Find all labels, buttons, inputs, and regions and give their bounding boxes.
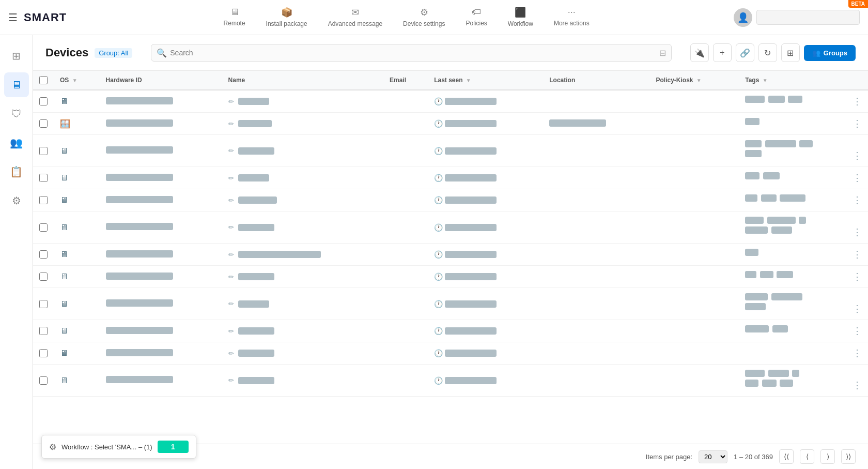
add-button[interactable]: + bbox=[713, 43, 732, 62]
edit-icon[interactable]: ✏ bbox=[228, 120, 234, 128]
edit-icon[interactable]: ✏ bbox=[228, 223, 234, 231]
search-icon: 🔍 bbox=[157, 48, 167, 58]
link-button[interactable]: 🔗 bbox=[736, 43, 754, 62]
tag-pill bbox=[771, 293, 802, 300]
tag-pill bbox=[745, 172, 760, 179]
items-per-page-select[interactable]: 10 20 50 100 bbox=[699, 450, 727, 463]
clock-icon: 🕐 bbox=[434, 196, 443, 204]
row-checkbox[interactable] bbox=[39, 250, 48, 259]
sidebar-item-reports[interactable]: 📋 bbox=[4, 159, 29, 184]
row-checkbox[interactable] bbox=[39, 174, 48, 182]
grid-view-button[interactable]: ⊞ bbox=[781, 43, 800, 62]
col-location[interactable]: Location bbox=[543, 71, 649, 90]
col-policy-kiosk[interactable]: Policy-Kiosk ▼ bbox=[649, 71, 739, 90]
nav-policies[interactable]: 🏷 Policies bbox=[455, 3, 497, 32]
os-icon: 🪟 bbox=[60, 119, 70, 128]
row-checkbox[interactable] bbox=[39, 147, 48, 155]
tag-pill bbox=[792, 370, 799, 377]
refresh-button[interactable]: ↻ bbox=[758, 43, 777, 62]
row-checkbox[interactable] bbox=[39, 119, 48, 128]
edit-icon[interactable]: ✏ bbox=[228, 174, 234, 182]
nav-workflow[interactable]: ⬛ Workflow bbox=[498, 3, 544, 33]
table-row: 🖥 ✏ 🕐 bbox=[33, 211, 868, 244]
row-more-options[interactable]: ⋮ bbox=[853, 271, 862, 282]
edit-icon[interactable]: ✏ bbox=[228, 300, 234, 308]
last-seen-cell bbox=[445, 174, 497, 181]
edit-icon[interactable]: ✏ bbox=[228, 98, 234, 105]
top-search-input[interactable] bbox=[756, 10, 860, 25]
name-cell bbox=[238, 377, 274, 384]
nav-more-actions[interactable]: ··· More actions bbox=[544, 3, 600, 32]
row-checkbox[interactable] bbox=[39, 376, 48, 385]
col-name[interactable]: Name bbox=[222, 71, 383, 90]
last-page-button[interactable]: ⟩⟩ bbox=[841, 449, 856, 464]
clock-icon: 🕐 bbox=[434, 174, 443, 182]
row-checkbox[interactable] bbox=[39, 97, 48, 105]
edit-icon[interactable]: ✏ bbox=[228, 273, 234, 281]
row-more-options[interactable]: ⋮ bbox=[853, 96, 862, 107]
row-checkbox[interactable] bbox=[39, 327, 48, 335]
groups-button[interactable]: 👥 Groups bbox=[804, 45, 856, 61]
row-checkbox[interactable] bbox=[39, 223, 48, 232]
row-more-options[interactable]: ⋮ bbox=[853, 249, 862, 260]
filter-icon[interactable]: ⊟ bbox=[659, 48, 666, 58]
row-checkbox[interactable] bbox=[39, 349, 48, 357]
row-more-options[interactable]: ⋮ bbox=[853, 226, 862, 238]
nav-device-settings[interactable]: ⚙ Device settings bbox=[393, 3, 455, 33]
row-checkbox[interactable] bbox=[39, 196, 48, 204]
first-page-button[interactable]: ⟨⟨ bbox=[779, 449, 794, 464]
last-seen-cell bbox=[445, 327, 497, 335]
row-more-options[interactable]: ⋮ bbox=[853, 325, 862, 337]
hardware-id-cell bbox=[106, 196, 173, 203]
clock-icon: 🕐 bbox=[434, 300, 443, 308]
col-hardware-id[interactable]: Hardware ID bbox=[100, 71, 222, 90]
hardware-id-cell bbox=[106, 376, 173, 383]
hamburger-menu[interactable]: ☰ bbox=[8, 11, 18, 24]
os-icon: 🖥 bbox=[60, 250, 68, 259]
col-tags[interactable]: Tags ▼ bbox=[739, 71, 868, 90]
sidebar-item-security[interactable]: 🛡 bbox=[4, 101, 29, 126]
row-more-options[interactable]: ⋮ bbox=[853, 172, 862, 184]
tag-pill bbox=[745, 293, 768, 300]
sidebar-item-devices[interactable]: 🖥 bbox=[4, 72, 29, 97]
tag-pill bbox=[780, 194, 805, 202]
hardware-id-cell bbox=[106, 97, 173, 104]
row-more-options[interactable]: ⋮ bbox=[853, 118, 862, 129]
plug-button[interactable]: 🔌 bbox=[690, 43, 709, 62]
row-more-options[interactable]: ⋮ bbox=[853, 347, 862, 359]
hardware-id-cell bbox=[106, 273, 173, 280]
edit-icon[interactable]: ✏ bbox=[228, 327, 234, 335]
col-os[interactable]: OS ▼ bbox=[54, 71, 100, 90]
edit-icon[interactable]: ✏ bbox=[228, 376, 234, 384]
os-icon: 🖥 bbox=[60, 146, 68, 155]
col-email[interactable]: Email bbox=[383, 71, 428, 90]
row-more-options[interactable]: ⋮ bbox=[853, 194, 862, 206]
row-checkbox[interactable] bbox=[39, 300, 48, 308]
row-more-options[interactable]: ⋮ bbox=[853, 150, 862, 161]
sidebar-item-dashboard[interactable]: ⊞ bbox=[4, 43, 29, 68]
os-icon: 🖥 bbox=[60, 272, 68, 281]
row-checkbox[interactable] bbox=[39, 273, 48, 281]
search-input[interactable] bbox=[167, 44, 659, 61]
name-cell bbox=[238, 350, 274, 357]
nav-remote[interactable]: 🖥 Remote bbox=[213, 3, 256, 32]
page-title: Devices bbox=[45, 46, 88, 59]
prev-page-button[interactable]: ⟨ bbox=[800, 449, 814, 464]
edit-icon[interactable]: ✏ bbox=[228, 350, 234, 357]
user-avatar[interactable]: 👤 bbox=[734, 8, 752, 27]
tag-pill bbox=[771, 226, 792, 234]
next-page-button[interactable]: ⟩ bbox=[820, 449, 835, 464]
sidebar-item-users[interactable]: 👥 bbox=[4, 130, 29, 155]
nav-advanced-message[interactable]: ✉ Advanced message bbox=[318, 3, 393, 33]
sidebar-item-settings[interactable]: ⚙ bbox=[4, 188, 29, 213]
col-last-seen[interactable]: Last seen ▼ bbox=[428, 71, 543, 90]
last-seen-sort-icon: ▼ bbox=[466, 78, 471, 83]
nav-install-package[interactable]: 📦 Install package bbox=[256, 3, 318, 33]
row-more-options[interactable]: ⋮ bbox=[853, 303, 862, 314]
tag-pill bbox=[762, 380, 777, 387]
select-all-checkbox[interactable] bbox=[39, 76, 48, 84]
edit-icon[interactable]: ✏ bbox=[228, 196, 234, 204]
edit-icon[interactable]: ✏ bbox=[228, 251, 234, 259]
row-more-options[interactable]: ⋮ bbox=[853, 380, 862, 391]
edit-icon[interactable]: ✏ bbox=[228, 147, 234, 155]
